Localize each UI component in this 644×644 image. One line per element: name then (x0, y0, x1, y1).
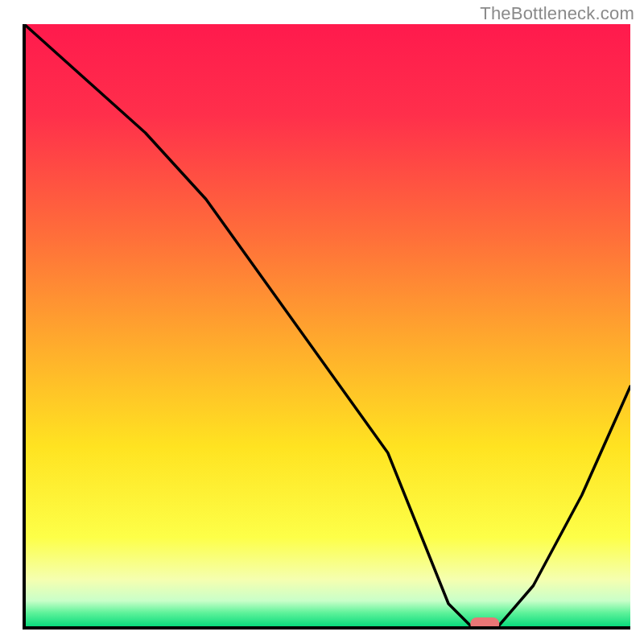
bottleneck-chart (0, 0, 644, 644)
chart-container: TheBottleneck.com (0, 0, 644, 644)
watermark-label: TheBottleneck.com (480, 3, 634, 24)
gradient-background (24, 24, 630, 628)
